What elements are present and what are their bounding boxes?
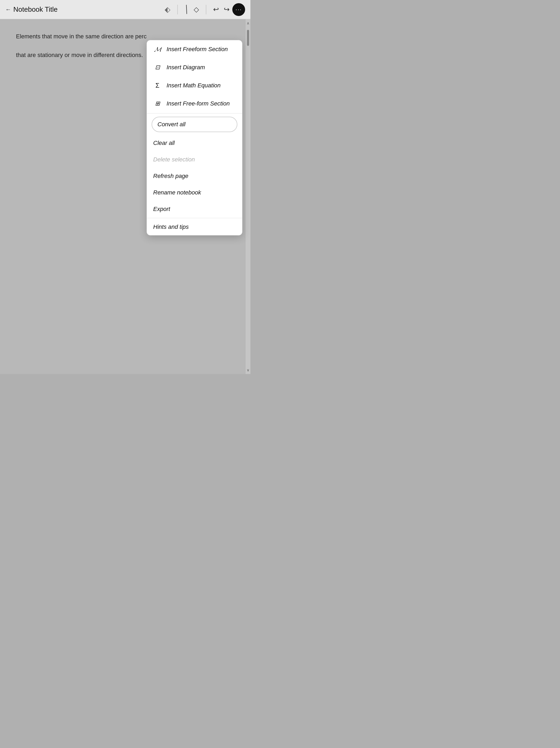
insert-freeform-label: Insert Freeform Section (166, 46, 228, 53)
insert-diagram-label: Insert Diagram (166, 64, 205, 71)
menu-item-insert-freeform-section[interactable]: ⊞ Insert Free-form Section (147, 95, 242, 113)
back-button[interactable]: ← Notebook Title (5, 5, 57, 14)
scroll-down-icon: ∨ (247, 368, 249, 372)
convert-all-label: Convert all (158, 121, 185, 128)
menu-item-export[interactable]: Export (147, 201, 242, 217)
notebook-title: Notebook Title (13, 5, 57, 14)
toolbar: ← Notebook Title ⬖ ╱ ◇ ↩ ↪ ··· (0, 0, 251, 19)
menu-divider-1 (147, 113, 242, 114)
toolbar-left: ← Notebook Title (5, 5, 165, 14)
menu-item-delete-selection: Delete selection (147, 151, 242, 168)
toolbar-right: ··· (232, 3, 245, 16)
hints-tips-label: Hints and tips (153, 224, 189, 230)
refresh-page-label: Refresh page (153, 172, 188, 180)
menu-item-hints-tips[interactable]: Hints and tips (147, 219, 242, 235)
dropdown-menu: 𝓜 Insert Freeform Section ⊡ Insert Diagr… (146, 40, 242, 235)
scrollbar-thumb[interactable] (247, 30, 249, 46)
menu-item-convert-all[interactable]: Convert all (151, 117, 237, 132)
delete-selection-label: Delete selection (153, 156, 195, 163)
clear-all-label: Clear all (153, 140, 175, 146)
lasso-icon[interactable]: ⬖ (165, 5, 170, 14)
scrollbar-up[interactable]: ∧ (246, 19, 251, 27)
undo-icon[interactable]: ↩ (213, 5, 219, 14)
redo-icon[interactable]: ↪ (224, 5, 230, 14)
menu-item-refresh-page[interactable]: Refresh page (147, 168, 242, 184)
freeform-icon: 𝓜 (153, 45, 162, 53)
menu-item-convert-all-wrapper: Convert all (147, 114, 242, 135)
more-options-button[interactable]: ··· (232, 3, 245, 16)
menu-item-insert-freeform[interactable]: 𝓜 Insert Freeform Section (147, 40, 242, 59)
rename-notebook-label: Rename notebook (153, 189, 201, 196)
insert-freeform-section-label: Insert Free-form Section (166, 100, 230, 107)
diagram-icon: ⊡ (153, 63, 162, 72)
toolbar-center: ⬖ ╱ ◇ ↩ ↪ (165, 5, 230, 15)
grid-icon: ⊞ (153, 99, 162, 108)
export-label: Export (153, 206, 170, 213)
pen-icon[interactable]: ╱ (183, 5, 190, 14)
eraser-icon[interactable]: ◇ (194, 5, 199, 14)
menu-item-insert-math[interactable]: Σ Insert Math Equation (147, 76, 242, 95)
menu-item-rename-notebook[interactable]: Rename notebook (147, 184, 242, 201)
scroll-up-icon: ∧ (247, 21, 249, 25)
menu-item-clear-all[interactable]: Clear all (147, 135, 242, 151)
scrollbar: ∧ ∨ (245, 19, 251, 374)
page-area: Elements that move in the same direction… (0, 19, 251, 374)
more-dots-icon: ··· (235, 6, 242, 13)
insert-math-label: Insert Math Equation (166, 82, 220, 89)
toolbar-divider-2 (206, 5, 206, 15)
menu-item-insert-diagram[interactable]: ⊡ Insert Diagram (147, 59, 242, 76)
math-icon: Σ (153, 81, 162, 90)
menu-divider-2 (147, 218, 242, 218)
scrollbar-down[interactable]: ∨ (246, 366, 251, 374)
back-arrow-icon: ← (5, 6, 11, 13)
